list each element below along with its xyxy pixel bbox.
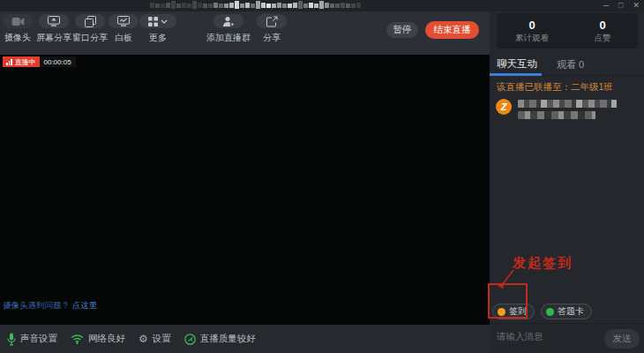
live-badge-label: 直播中 <box>15 57 36 67</box>
wifi-icon <box>71 334 84 344</box>
message-input-bar: 发送 <box>490 323 644 353</box>
stream-quality-label: 直播质量较好 <box>200 333 256 345</box>
add-live-group-button[interactable]: 添加直播群 <box>203 14 254 44</box>
likes-label: 点赞 <box>595 33 611 44</box>
avatar: Z <box>496 99 512 115</box>
status-bar: 声音设置 网络良好 ⚙ 设置 直播质量较好 <box>0 325 490 353</box>
likes-count: 0 <box>599 19 605 32</box>
stream-stats: 0 累计观看 0 点赞 <box>497 13 638 49</box>
answer-card-icon <box>546 308 554 316</box>
camera-help-text: 摄像头遇到问题？ <box>3 300 70 310</box>
chat-message: Z <box>496 99 617 123</box>
redacted-line <box>518 100 617 108</box>
share-icon <box>257 14 287 28</box>
live-video-preview: 直播中 00:00:05 摄像头遇到问题？ 点这里 <box>0 55 490 325</box>
pause-button[interactable]: 暂停 <box>386 22 418 38</box>
censored-window-title <box>150 1 362 10</box>
whiteboard-icon <box>109 14 139 28</box>
redacted-message-text <box>518 100 617 123</box>
screen-share-icon <box>39 14 69 28</box>
main-toolbar: 摄像头 屏幕分享 窗口分享 白板 <box>0 11 490 55</box>
live-chart-icon <box>6 59 12 65</box>
network-status-label: 网络良好 <box>88 333 125 345</box>
settings-label: 设置 <box>153 333 171 345</box>
sound-settings-label: 声音设置 <box>20 333 57 345</box>
camera-help-click-here[interactable]: 点这里 <box>72 300 98 310</box>
live-badge-red: 直播中 <box>3 56 40 67</box>
toolbar-left-group: 摄像头 屏幕分享 窗口分享 白板 <box>0 14 289 44</box>
share-button[interactable]: 分享 <box>254 14 289 44</box>
toolbar-spacer <box>176 14 203 44</box>
end-live-button[interactable]: 结束直播 <box>425 21 479 39</box>
camera-help-link[interactable]: 摄像头遇到问题？ 点这里 <box>3 300 97 312</box>
active-tab-indicator <box>490 73 542 76</box>
co-broadcast-notice: 该直播已联播至：二年级1班 <box>497 81 613 94</box>
maximize-button[interactable]: □ <box>618 0 623 11</box>
quality-gauge-icon <box>184 334 196 345</box>
views-count: 0 <box>528 19 535 32</box>
tab-chat-interaction[interactable]: 聊天互动 <box>497 57 537 71</box>
annotation-initiate-checkin: 发起签到 <box>513 255 573 272</box>
answer-card-label: 答题卡 <box>558 305 584 318</box>
minimize-button[interactable]: ─ <box>603 0 609 11</box>
message-input[interactable] <box>497 331 595 342</box>
stream-quality-status[interactable]: 直播质量较好 <box>184 333 256 345</box>
annotation-highlight-box <box>488 283 528 319</box>
answer-card-button[interactable]: 答题卡 <box>541 304 592 319</box>
sound-settings-button[interactable]: 声音设置 <box>7 333 57 346</box>
whiteboard-button[interactable]: 白板 <box>108 14 139 44</box>
close-button[interactable]: ✕ <box>633 0 640 11</box>
send-button[interactable]: 发送 <box>604 329 640 349</box>
microphone-icon <box>7 333 16 346</box>
panel-tabs: 聊天互动 观看 0 <box>490 53 644 76</box>
chevron-down-icon <box>161 19 168 24</box>
live-broadcast-window: ─ □ ✕ 摄像头 屏幕分享 窗口分享 <box>0 0 644 353</box>
live-status-badge: 直播中 00:00:05 <box>3 56 76 67</box>
add-group-icon <box>213 14 243 28</box>
window-controls: ─ □ ✕ <box>603 0 640 11</box>
gear-icon: ⚙ <box>139 334 148 344</box>
window-share-button[interactable]: 窗口分享 <box>72 14 108 44</box>
network-status[interactable]: 网络良好 <box>71 333 125 345</box>
settings-button[interactable]: ⚙ 设置 <box>139 333 171 345</box>
more-button[interactable]: 更多 <box>139 14 176 44</box>
camera-button[interactable]: 摄像头 <box>0 14 35 44</box>
tab-viewers[interactable]: 观看 0 <box>557 58 584 71</box>
window-share-icon <box>75 14 105 28</box>
title-bar: ─ □ ✕ <box>0 0 644 11</box>
views-label: 累计观看 <box>515 33 549 44</box>
stat-total-views: 0 累计观看 <box>497 13 567 49</box>
more-grid-icon <box>139 14 176 28</box>
camera-icon <box>3 14 33 28</box>
live-timer: 00:00:05 <box>40 56 76 67</box>
stat-likes: 0 点赞 <box>567 13 638 49</box>
screen-share-button[interactable]: 屏幕分享 <box>35 14 72 44</box>
redacted-line <box>518 111 595 119</box>
